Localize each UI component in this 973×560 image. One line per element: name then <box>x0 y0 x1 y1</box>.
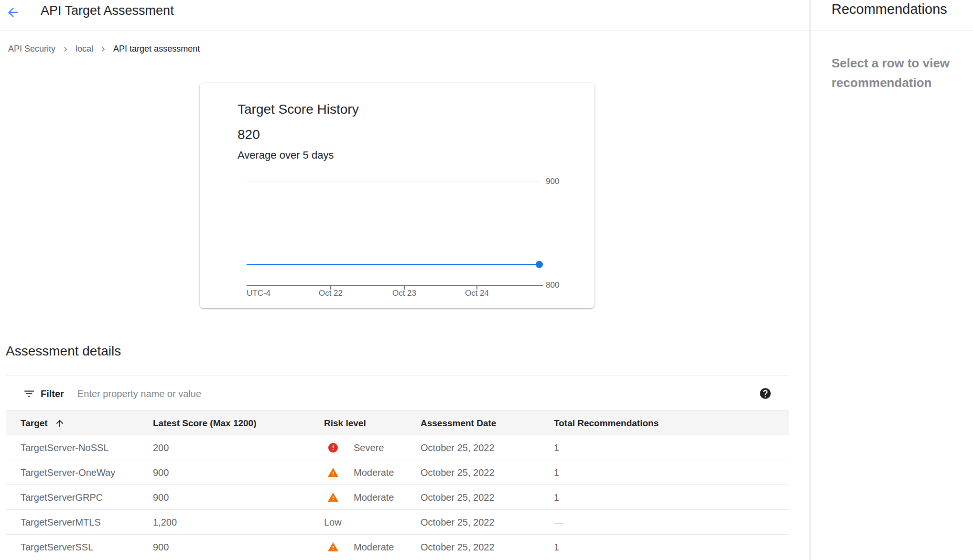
assessment-date-cell: October 25, 2022 <box>421 535 495 560</box>
column-header-target[interactable]: Target <box>21 411 65 436</box>
chevron-right-icon <box>61 44 70 54</box>
x-tick-label-oct23: Oct 23 <box>383 289 426 298</box>
x-tick-label-oct24: Oct 24 <box>455 289 498 298</box>
column-header-assessment-date[interactable]: Assessment Date <box>421 411 496 436</box>
x-tick-label-oct22: Oct 22 <box>309 289 352 298</box>
target-cell: TargetServer-OneWay <box>21 460 115 485</box>
risk-label: Severe <box>354 435 384 460</box>
filter-bar: Filter <box>6 376 789 410</box>
risk-label: Moderate <box>354 535 394 560</box>
table-row[interactable]: TargetServer-OneWay 900 Moderate October… <box>6 460 789 485</box>
assessment-table: Target Latest Score (Max 1200) Risk leve… <box>6 410 789 560</box>
total-recommendations-cell: 1 <box>554 535 559 560</box>
table-row[interactable]: TargetServerGRPC 900 Moderate October 25… <box>6 485 789 510</box>
x-axis-line <box>247 285 543 286</box>
card-title: Target Score History <box>238 102 359 117</box>
header-divider <box>0 31 973 31</box>
table-row[interactable]: TargetServerSSL 900 Moderate October 25,… <box>6 535 789 560</box>
target-score-history-card: Target Score History 820 Average over 5 … <box>200 83 595 308</box>
moderate-icon <box>327 467 339 478</box>
panel-divider <box>810 0 811 560</box>
total-recommendations-cell: 1 <box>554 435 559 460</box>
breadcrumb: API Security local API target assessment <box>8 44 200 54</box>
assessment-date-cell: October 25, 2022 <box>421 435 495 460</box>
recommendations-empty-message: Select a row to view recommendation <box>832 54 973 93</box>
total-recommendations-cell: 1 <box>554 485 559 510</box>
assessment-details-heading: Assessment details <box>6 344 121 359</box>
risk-label: Moderate <box>354 460 394 485</box>
assessment-date-cell: October 25, 2022 <box>421 460 495 485</box>
score-line-series <box>247 264 540 265</box>
average-score-value: 820 <box>238 127 260 142</box>
severe-icon <box>327 442 339 453</box>
target-cell: TargetServerGRPC <box>21 485 103 510</box>
assessment-date-cell: October 25, 2022 <box>421 485 495 510</box>
table-body: TargetServer-NoSSL 200 Severe October 25… <box>6 435 789 560</box>
y-tick-label-800: 800 <box>546 280 574 290</box>
page-title: API Target Assessment <box>41 3 174 18</box>
breadcrumb-local[interactable]: local <box>76 44 93 54</box>
help-icon <box>759 394 772 401</box>
gridline-900 <box>247 182 541 182</box>
filter-input[interactable] <box>77 385 699 403</box>
assessment-date-cell: October 25, 2022 <box>421 510 495 535</box>
help-button[interactable] <box>759 387 772 400</box>
score-cell: 900 <box>153 485 169 510</box>
table-row[interactable]: TargetServer-NoSSL 200 Severe October 25… <box>6 435 789 460</box>
risk-label: Moderate <box>354 485 394 510</box>
api-target-assessment-page: API Target Assessment API Security local… <box>0 0 973 560</box>
target-cell: TargetServer-NoSSL <box>21 435 109 460</box>
average-score-subtitle: Average over 5 days <box>238 149 334 162</box>
column-header-target-label: Target <box>21 411 48 436</box>
column-header-total-recommendations[interactable]: Total Recommendations <box>554 411 659 436</box>
score-cell: 900 <box>153 460 169 485</box>
score-cell: 900 <box>153 535 169 560</box>
table-header-row: Target Latest Score (Max 1200) Risk leve… <box>6 410 789 435</box>
latest-point-dot <box>536 261 543 268</box>
back-button[interactable] <box>5 5 21 21</box>
y-tick-label-900: 900 <box>546 177 574 186</box>
arrow-back-icon <box>6 14 20 21</box>
score-cell: 1,200 <box>153 510 177 535</box>
moderate-icon <box>327 492 339 503</box>
score-cell: 200 <box>153 435 169 460</box>
target-cell: TargetServerMTLS <box>21 510 101 535</box>
filter-label: Filter <box>41 388 64 399</box>
total-recommendations-cell: 1 <box>554 460 559 485</box>
column-header-latest-score[interactable]: Latest Score (Max 1200) <box>153 411 257 436</box>
breadcrumb-current: API target assessment <box>113 44 200 54</box>
column-header-risk-level[interactable]: Risk level <box>324 411 366 436</box>
filter-list-icon <box>23 388 35 400</box>
moderate-icon <box>327 541 339 553</box>
chevron-right-icon <box>98 44 108 54</box>
recommendations-panel-title: Recommendations <box>832 1 947 17</box>
breadcrumb-api-security[interactable]: API Security <box>8 44 55 54</box>
timezone-label: UTC-4 <box>247 289 270 298</box>
arrow-upward-icon <box>54 418 65 429</box>
table-row[interactable]: TargetServerMTLS 1,200 Low October 25, 2… <box>6 510 789 535</box>
risk-label: Low <box>324 510 342 535</box>
target-cell: TargetServerSSL <box>21 535 93 560</box>
total-recommendations-cell: — <box>554 510 563 535</box>
